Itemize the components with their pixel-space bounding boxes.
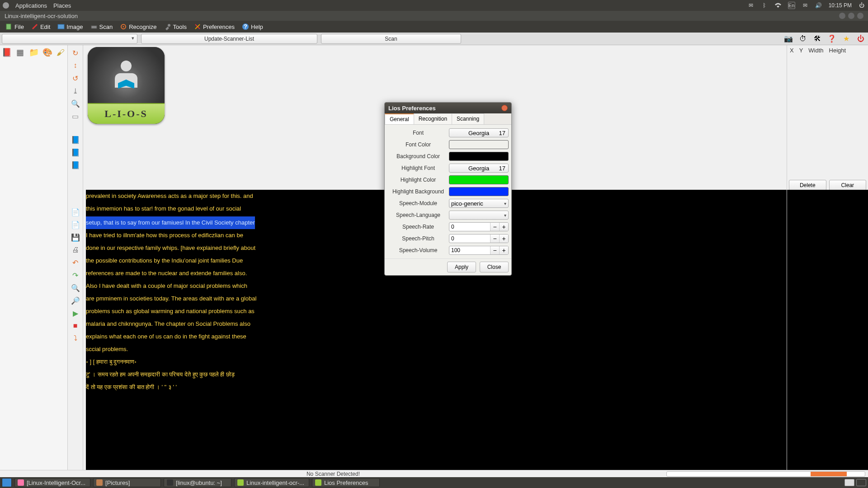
menu-image[interactable]: Image [55, 23, 85, 30]
speech-volume-spinbutton[interactable]: − + [449, 246, 509, 255]
close-button[interactable]: Close [480, 262, 509, 272]
app-icon [237, 479, 244, 486]
dialog-close-button[interactable] [501, 105, 508, 111]
updates-icon[interactable]: ✉ [747, 2, 755, 9]
coordinates-panel: X Y Width Height Delete Clear [787, 45, 868, 470]
menu-help[interactable]: ? Help [239, 23, 266, 30]
taskbar-item[interactable]: Linux-intelligent-ocr-... [234, 478, 309, 487]
apply-button[interactable]: Apply [447, 262, 476, 272]
ocr-page-1-icon[interactable]: 📘 [71, 135, 80, 145]
highlight-background-button[interactable] [449, 187, 509, 196]
decrement-icon[interactable]: − [490, 246, 499, 254]
clock[interactable]: 10:15 PM [829, 2, 852, 9]
window-minimize-button[interactable] [839, 13, 845, 19]
font-name-value: Georgia [468, 130, 489, 136]
increment-icon[interactable]: + [499, 223, 508, 231]
tab-general[interactable]: General [385, 113, 414, 124]
goto-icon[interactable]: ⤵ [71, 333, 80, 343]
font-size-value: 17 [499, 130, 505, 136]
taskbar-item[interactable]: [Linux-Intelligent-Ocr... [14, 478, 90, 487]
speech-rate-input[interactable] [449, 224, 490, 230]
workspace-2[interactable] [856, 479, 866, 486]
mail-icon[interactable]: ✉ [802, 2, 809, 9]
rotate-right-icon[interactable]: ↻ [71, 48, 80, 58]
window-maximize-button[interactable] [848, 13, 854, 19]
folder-icon[interactable]: 📁 [29, 47, 39, 58]
brush-icon[interactable]: 🖌 [56, 47, 66, 58]
camera-icon[interactable]: 📷 [783, 33, 794, 44]
menu-file[interactable]: File [3, 23, 27, 30]
scan-button[interactable]: Scan [321, 34, 461, 44]
workspace-1[interactable] [844, 479, 854, 486]
settings-wrench-icon[interactable]: 🛠 [812, 33, 823, 44]
save-page-icon[interactable]: 💾 [71, 232, 80, 242]
pdf-icon[interactable]: 📕 [2, 47, 12, 58]
play-icon[interactable]: ▶ [71, 308, 80, 318]
keyboard-lang-indicator[interactable]: En [788, 2, 795, 9]
zoom-icon[interactable]: 🔍 [71, 99, 80, 108]
speech-pitch-input[interactable] [449, 235, 490, 242]
timer-icon[interactable]: ⏱ [797, 33, 808, 44]
background-color-button[interactable] [449, 152, 509, 161]
update-scanner-list-button[interactable]: Update-Scanner-List [141, 34, 317, 44]
tab-recognition[interactable]: Recognition [414, 113, 452, 124]
wifi-icon[interactable] [774, 2, 782, 9]
applications-menu[interactable]: Applications [15, 2, 47, 9]
places-menu[interactable]: Places [53, 2, 71, 9]
ubuntu-logo-icon[interactable] [3, 2, 9, 9]
menu-edit[interactable]: Edit [28, 23, 53, 30]
text-line: malaria and chiknngunya. The chapter on … [86, 318, 784, 330]
find-replace-icon[interactable]: 🔎 [71, 296, 80, 305]
taskbar-item[interactable]: Lios Preferences [312, 478, 380, 487]
power-icon[interactable]: ⏻ [858, 2, 865, 9]
speech-pitch-spinbutton[interactable]: − + [449, 234, 509, 243]
decrement-icon[interactable]: − [490, 223, 499, 231]
menu-preferences[interactable]: Preferences [191, 23, 237, 30]
increment-icon[interactable]: + [499, 235, 508, 243]
stop-icon[interactable]: ■ [71, 321, 80, 331]
delete-button[interactable]: Delete [789, 180, 826, 191]
speech-volume-input[interactable] [449, 247, 490, 253]
window-close-button[interactable] [857, 13, 863, 19]
color-tool-icon[interactable]: 🎨 [42, 47, 52, 58]
decrement-icon[interactable]: − [490, 235, 499, 243]
insert-page-icon[interactable]: 📄 [71, 207, 80, 217]
speech-language-combo[interactable] [449, 211, 509, 220]
flip-vertical-icon[interactable]: ↕ [71, 61, 80, 70]
highlight-font-chooser-button[interactable]: Georgia 17 [449, 164, 509, 173]
scanner-select-combo[interactable] [2, 34, 137, 44]
menu-recognize[interactable]: Recognize [117, 23, 159, 30]
font-chooser-button[interactable]: Georgia 17 [449, 128, 509, 137]
ocr-page-2-icon[interactable]: 📘 [71, 147, 80, 157]
minimize-rect-icon[interactable]: ▭ [71, 111, 80, 121]
menu-recognize-label: Recognize [129, 23, 156, 30]
help-icon-button[interactable]: ❓ [826, 33, 837, 44]
print-icon[interactable]: 🖨 [71, 245, 80, 255]
find-icon[interactable]: 🔍 [71, 283, 80, 293]
delete-page-icon[interactable]: 📄 [71, 220, 80, 230]
volume-icon[interactable]: 🔊 [815, 2, 822, 9]
rotate-left-icon[interactable]: ↺ [71, 73, 80, 83]
power-icon-button[interactable]: ⏻ [855, 33, 866, 44]
undo-icon[interactable]: ↶ [71, 258, 80, 267]
font-color-button[interactable] [449, 140, 509, 149]
menu-preferences-label: Preferences [203, 23, 235, 30]
tab-scanning[interactable]: Scanning [452, 113, 484, 124]
preferences-dialog-title: Lios Preferences [388, 105, 436, 112]
speech-module-combo[interactable]: pico-generic [449, 199, 509, 208]
ocr-page-3-icon[interactable]: 📘 [71, 160, 80, 170]
taskbar-item[interactable]: [Pictures] [93, 478, 161, 487]
menu-scan[interactable]: Scan [88, 23, 116, 30]
speech-rate-spinbutton[interactable]: − + [449, 222, 509, 231]
show-desktop-button[interactable] [2, 478, 12, 487]
clear-button[interactable]: Clear [829, 180, 867, 191]
star-icon[interactable]: ★ [841, 33, 852, 44]
bluetooth-icon[interactable]: ᛒ [761, 2, 768, 9]
export-icon[interactable]: ⤓ [71, 86, 80, 96]
highlight-color-button[interactable] [449, 175, 509, 184]
menu-tools[interactable]: Tools [161, 23, 189, 30]
increment-icon[interactable]: + [499, 246, 508, 254]
page-icon[interactable]: ▦ [15, 47, 25, 58]
redo-icon[interactable]: ↷ [71, 270, 80, 280]
taskbar-item[interactable]: [linux@ubuntu: ~] [164, 478, 231, 487]
